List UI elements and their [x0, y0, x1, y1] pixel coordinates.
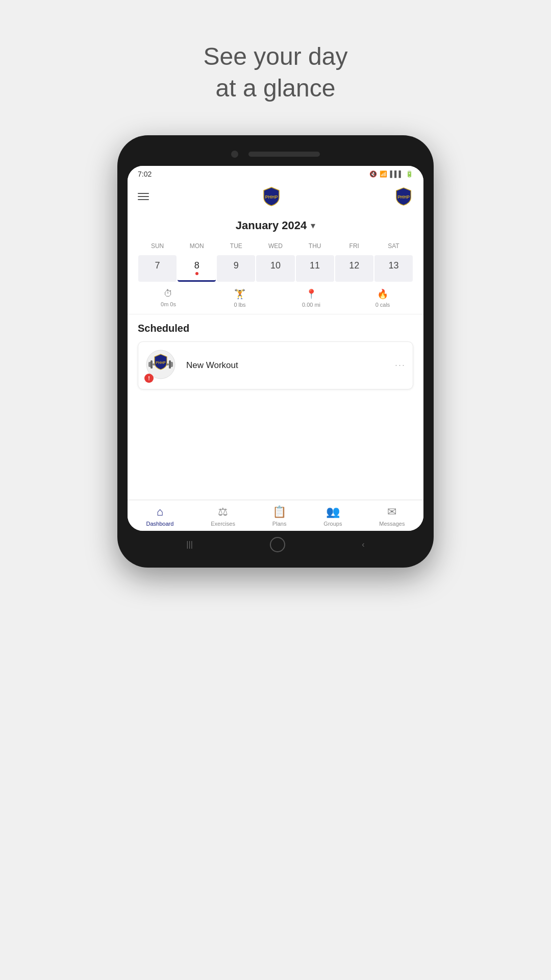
nav-groups[interactable]: 👥 Groups [323, 505, 342, 527]
front-camera [231, 151, 238, 158]
tagline: See your day at a glance [204, 41, 348, 105]
error-badge: ! [144, 374, 154, 383]
calendar-dates-row: 7 8 9 10 11 12 13 [138, 255, 413, 282]
phone-top-bar [128, 145, 423, 166]
stat-distance-value: 0.00 mi [302, 302, 320, 308]
mute-icon: 🔇 [369, 170, 377, 178]
battery-icon: 🔋 [406, 170, 413, 178]
phone-frame: 7:02 🔇 📶 ▌▌▌ 🔋 PHHP [117, 135, 434, 568]
day-label-wed: WED [256, 240, 295, 252]
stat-calories-value: 0 cals [375, 302, 390, 308]
home-indicator[interactable] [270, 537, 285, 552]
day-label-thu: THU [295, 240, 335, 252]
nav-dashboard[interactable]: ⌂ Dashboard [146, 505, 173, 527]
hamburger-line [138, 196, 149, 197]
day-label-sun: SUN [138, 240, 177, 252]
nav-messages[interactable]: ✉ Messages [379, 505, 405, 527]
svg-rect-4 [151, 360, 153, 369]
nav-exercises[interactable]: ⚖ Exercises [211, 505, 235, 527]
date-cell-10[interactable]: 10 [256, 255, 294, 282]
signal-icon: ▌▌▌ [390, 170, 403, 178]
nav-messages-label: Messages [379, 521, 405, 527]
hamburger-line [138, 193, 149, 194]
date-cell-13[interactable]: 13 [374, 255, 413, 282]
plans-icon: 📋 [272, 505, 286, 519]
phone-bottom-bar: ||| ‹ [128, 531, 423, 557]
day-label-sat: SAT [374, 240, 413, 252]
groups-icon: 👥 [326, 505, 340, 519]
stat-weight-value: 0 lbs [234, 302, 245, 308]
calendar-section: January 2024 ▾ SUN MON TUE WED THU FRI S… [128, 213, 423, 282]
scheduled-title: Scheduled [138, 323, 413, 334]
content-area [128, 398, 423, 500]
stat-distance: 📍 0.00 mi [276, 288, 347, 308]
date-cell-7[interactable]: 7 [138, 255, 177, 282]
app-logo-right: PHHP [394, 187, 413, 206]
scheduled-section: Scheduled PHHP [128, 314, 423, 398]
calories-icon: 🔥 [377, 288, 388, 300]
status-icons: 🔇 📶 ▌▌▌ 🔋 [369, 170, 413, 178]
bottom-nav: ⌂ Dashboard ⚖ Exercises 📋 Plans 👥 Groups… [128, 500, 423, 531]
app-header: PHHP PHHP [128, 182, 423, 213]
weight-icon: 🏋 [234, 288, 245, 300]
dashboard-icon: ⌂ [157, 505, 163, 519]
app-logo-center: PHHP [261, 186, 282, 207]
exercises-icon: ⚖ [218, 505, 228, 519]
date-cell-9[interactable]: 9 [217, 255, 255, 282]
stat-weight: 🏋 0 lbs [204, 288, 276, 308]
month-chevron-icon[interactable]: ▾ [311, 220, 315, 231]
svg-rect-7 [169, 360, 171, 369]
phone-screen: 7:02 🔇 📶 ▌▌▌ 🔋 PHHP [128, 166, 423, 531]
month-title: January 2024 [236, 219, 307, 232]
calendar-grid: SUN MON TUE WED THU FRI SAT 7 8 9 10 11 … [138, 240, 413, 282]
workout-card[interactable]: PHHP ! New Workout ··· [138, 341, 413, 389]
day-label-fri: FRI [335, 240, 374, 252]
nav-plans-label: Plans [272, 521, 287, 527]
svg-text:PHHP: PHHP [265, 194, 278, 200]
nav-dashboard-label: Dashboard [146, 521, 173, 527]
hamburger-line [138, 199, 149, 200]
svg-text:PHHP: PHHP [156, 361, 166, 364]
stat-calories: 🔥 0 cals [347, 288, 418, 308]
status-bar: 7:02 🔇 📶 ▌▌▌ 🔋 [128, 166, 423, 182]
day-label-mon: MON [177, 240, 216, 252]
back-indicator[interactable]: ||| [186, 540, 192, 549]
day-label-tue: TUE [216, 240, 256, 252]
workout-more-button[interactable]: ··· [395, 360, 406, 371]
speaker [248, 152, 320, 157]
workout-name: New Workout [186, 360, 395, 371]
stat-time-value: 0m 0s [161, 301, 176, 307]
stat-time: ⏱ 0m 0s [133, 288, 204, 308]
time-icon: ⏱ [164, 288, 173, 299]
tagline-line1: See your day [204, 43, 348, 70]
distance-icon: 📍 [306, 288, 317, 300]
date-cell-12[interactable]: 12 [335, 255, 373, 282]
calendar-days-header: SUN MON TUE WED THU FRI SAT [138, 240, 413, 252]
date-cell-11[interactable]: 11 [296, 255, 334, 282]
workout-logo-container: PHHP ! [145, 349, 178, 382]
nav-plans[interactable]: 📋 Plans [272, 505, 287, 527]
svg-text:PHHP: PHHP [397, 194, 410, 200]
date-cell-8[interactable]: 8 [178, 255, 216, 282]
wifi-icon: 📶 [380, 170, 387, 178]
hamburger-menu[interactable] [138, 193, 149, 200]
tagline-line2: at a glance [216, 75, 336, 102]
status-time: 7:02 [138, 170, 152, 178]
nav-exercises-label: Exercises [211, 521, 235, 527]
recents-indicator[interactable]: ‹ [362, 540, 364, 549]
nav-groups-label: Groups [323, 521, 342, 527]
stats-row: ⏱ 0m 0s 🏋 0 lbs 📍 0.00 mi 🔥 0 cals [128, 282, 423, 314]
messages-icon: ✉ [387, 505, 396, 519]
month-header: January 2024 ▾ [138, 219, 413, 232]
